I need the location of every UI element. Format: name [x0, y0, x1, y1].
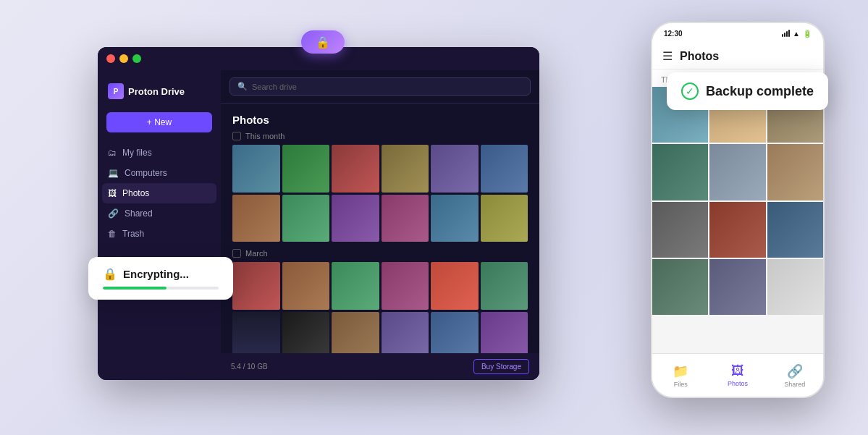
photo-cell[interactable]: [382, 145, 429, 193]
sidebar-label-myfiles: My files: [122, 148, 152, 158]
sidebar-item-computers[interactable]: 💻 Computers: [98, 163, 221, 183]
phone-photo-cell[interactable]: [652, 259, 708, 315]
photo-cell[interactable]: [282, 145, 330, 193]
close-window-btn[interactable]: [106, 54, 115, 63]
photo-cell[interactable]: [282, 195, 330, 242]
photo-cell[interactable]: [382, 262, 429, 310]
trash-icon: 🗑: [108, 229, 117, 239]
phone-nav-shared[interactable]: 🔗 Shared: [766, 358, 823, 394]
photo-cell[interactable]: [232, 195, 280, 242]
photo-cell[interactable]: [282, 312, 330, 354]
encrypting-text: Encrypting...: [123, 268, 189, 280]
sidebar: P Proton Drive + New 🗂 My files 💻 Comput…: [98, 70, 221, 380]
sidebar-label-shared: Shared: [125, 208, 153, 219]
sidebar-item-trash[interactable]: 🗑 Trash: [98, 224, 221, 244]
status-icons: ▲ 🔋: [782, 30, 812, 38]
backup-complete-text: Backup complete: [706, 84, 814, 99]
month-label-thismonth: This month: [232, 132, 528, 140]
shared-nav-label: Shared: [784, 381, 805, 388]
backup-check-icon: ✓: [681, 83, 699, 100]
phone-photo-cell[interactable]: [652, 144, 708, 200]
search-placeholder: Search drive: [252, 83, 297, 91]
phone-title: Photos: [680, 50, 719, 63]
phone-nav-photos[interactable]: 🖼 Photos: [709, 358, 767, 393]
sidebar-item-myfiles[interactable]: 🗂 My files: [98, 143, 221, 163]
computers-icon: 💻: [108, 168, 119, 178]
shared-nav-icon: 🔗: [787, 363, 803, 379]
phone-photo-cell[interactable]: [767, 202, 823, 258]
photo-cell[interactable]: [481, 195, 528, 242]
photo-cell[interactable]: [431, 312, 479, 354]
photo-cell[interactable]: [481, 312, 528, 354]
storage-info: 5.4 / 10 GB: [231, 363, 268, 371]
lock-toggle[interactable]: 🔒: [301, 30, 345, 54]
phone-status-bar: 12:30 ▲ 🔋: [652, 23, 823, 43]
photo-cell[interactable]: [431, 145, 479, 193]
sidebar-item-photos[interactable]: 🖼 Photos: [102, 183, 216, 203]
phone-photo-grid: [652, 87, 823, 315]
toolbar: 🔍 Search drive: [221, 70, 539, 104]
phone-photo-cell[interactable]: [767, 144, 823, 200]
progress-bar-fill: [103, 287, 167, 290]
photo-cell[interactable]: [382, 312, 429, 354]
photos-grid-area: This month: [221, 132, 539, 353]
buy-storage-button[interactable]: Buy Storage: [473, 359, 529, 374]
encrypt-lock-icon: 🔒: [103, 267, 117, 281]
files-nav-label: Files: [674, 381, 688, 388]
month-label-march: March: [232, 249, 528, 258]
photo-cell[interactable]: [282, 262, 330, 310]
app-footer: 5.4 / 10 GB Buy Storage: [221, 353, 539, 380]
sidebar-label-photos: Photos: [122, 188, 149, 198]
wifi-icon: ▲: [793, 30, 800, 38]
search-bar[interactable]: 🔍 Search drive: [229, 77, 531, 96]
lock-icon: 🔒: [316, 35, 330, 49]
phone-photo-cell[interactable]: [709, 144, 765, 200]
new-button[interactable]: + New: [106, 112, 212, 132]
phone-photo-cell[interactable]: [709, 259, 765, 315]
month-checkbox-thismonth[interactable]: [232, 132, 241, 140]
photo-cell[interactable]: [332, 145, 379, 193]
files-nav-icon: 📁: [673, 363, 688, 379]
shared-icon: 🔗: [108, 208, 119, 219]
photo-cell[interactable]: [232, 312, 280, 354]
phone-photo-cell[interactable]: [709, 202, 765, 258]
phone-nav-files[interactable]: 📁 Files: [652, 358, 709, 394]
encrypting-toast: 🔒 Encrypting...: [88, 257, 233, 300]
photo-cell[interactable]: [431, 262, 479, 310]
photos-header: Photos: [221, 104, 539, 132]
myfiles-icon: 🗂: [108, 148, 117, 158]
photo-cell[interactable]: [481, 145, 528, 193]
photo-cell[interactable]: [232, 262, 280, 310]
photo-grid-march: [232, 262, 528, 353]
photo-grid-thismonth: [232, 145, 528, 242]
sidebar-label-computers: Computers: [125, 168, 167, 178]
progress-bar-container: [103, 287, 219, 290]
photo-cell[interactable]: [382, 195, 429, 242]
photo-cell[interactable]: [332, 195, 379, 242]
maximize-window-btn[interactable]: [132, 54, 141, 63]
battery-icon: 🔋: [803, 30, 812, 38]
photo-cell[interactable]: [431, 195, 479, 242]
phone-header: ☰ Photos: [652, 43, 823, 69]
menu-icon[interactable]: ☰: [662, 49, 673, 63]
photos-nav-icon: 🖼: [731, 363, 744, 379]
photo-cell[interactable]: [481, 262, 528, 310]
phone-photo-cell[interactable]: [652, 202, 708, 258]
phone-photo-cell[interactable]: [767, 259, 823, 315]
photo-cell[interactable]: [332, 312, 379, 354]
proton-logo-icon: P: [108, 83, 124, 99]
month-checkbox-march[interactable]: [232, 249, 241, 258]
photo-cell[interactable]: [232, 145, 280, 193]
photos-icon: 🖼: [108, 188, 117, 198]
app-name: Proton Drive: [128, 86, 185, 97]
phone-body: This month: [652, 69, 823, 371]
search-icon: 🔍: [237, 82, 248, 91]
sidebar-label-trash: Trash: [122, 229, 144, 239]
app-logo: P Proton Drive: [98, 77, 221, 109]
phone-nav: 📁 Files 🖼 Photos 🔗 Shared: [652, 353, 823, 397]
photo-cell[interactable]: [332, 262, 379, 310]
sidebar-item-shared[interactable]: 🔗 Shared: [98, 203, 221, 224]
minimize-window-btn[interactable]: [119, 54, 128, 63]
signal-bars-icon: [782, 30, 790, 37]
photos-nav-label: Photos: [728, 380, 748, 387]
